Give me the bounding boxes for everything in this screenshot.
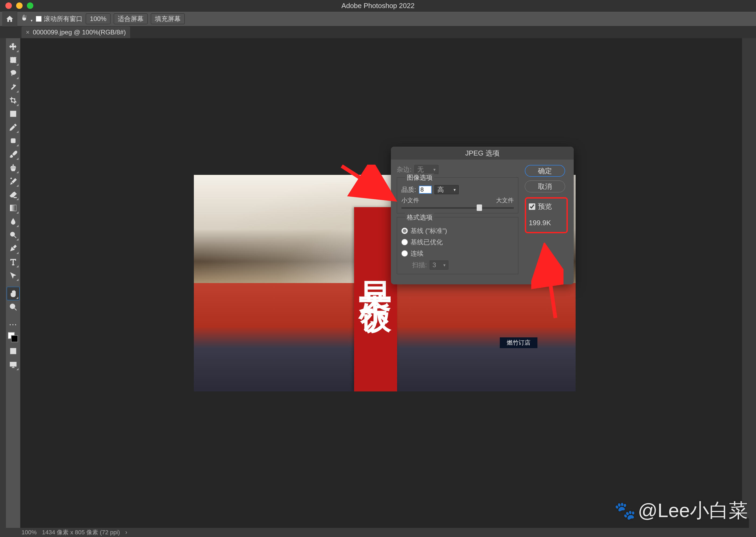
document-tab-bar: × 0000099.jpeg @ 100%(RGB/8#) xyxy=(0,26,756,38)
matte-label: 杂边: xyxy=(397,165,412,174)
image-options-group: 图像选项 品质: 高 ▾ 小文件 大文件 xyxy=(397,177,518,213)
file-size-label: 199.9K xyxy=(529,219,564,227)
hand-tool[interactable] xyxy=(7,287,19,300)
dialog-title: JPEG 选项 xyxy=(391,146,574,159)
type-tool[interactable] xyxy=(7,255,19,268)
scroll-all-windows-label: 滚动所有窗口 xyxy=(44,15,83,23)
svg-point-5 xyxy=(10,304,15,309)
svg-point-4 xyxy=(11,232,15,236)
document-tab-label: 0000099.jpeg @ 100%(RGB/8#) xyxy=(33,28,126,36)
titlebar: Adobe Photoshop 2022 xyxy=(0,0,756,11)
matte-row: 杂边: 无 ▾ xyxy=(397,165,518,174)
fill-screen-button[interactable]: 填充屏幕 xyxy=(151,14,185,24)
brush-tool[interactable] xyxy=(7,147,19,161)
doc-size-status[interactable]: 1434 像素 x 805 像素 (72 ppi) xyxy=(42,528,120,536)
preview-highlight-box: 预览 199.9K xyxy=(525,197,568,233)
crop-tool[interactable] xyxy=(7,94,19,107)
status-chevron-icon[interactable]: › xyxy=(125,529,127,536)
screen-mode-button[interactable] xyxy=(7,358,19,371)
svg-rect-3 xyxy=(10,205,16,211)
app-window: Adobe Photoshop 2022 ▾ 滚动所有窗口 100% 适合屏幕 … xyxy=(0,0,756,537)
quality-label: 品质: xyxy=(401,186,416,194)
quality-slider[interactable] xyxy=(401,207,514,209)
ok-button[interactable]: 确定 xyxy=(525,165,565,177)
toolbox: ⋯ xyxy=(6,38,20,528)
image-options-title: 图像选项 xyxy=(405,173,434,182)
preview-checkbox[interactable]: 预览 xyxy=(529,202,564,211)
traffic-lights xyxy=(0,2,33,9)
left-expander[interactable] xyxy=(0,38,6,528)
jpeg-options-dialog: JPEG 选项 杂边: 无 ▾ 图像选项 xyxy=(391,146,574,284)
frame-tool[interactable] xyxy=(7,107,19,121)
format-options-title: 格式选项 xyxy=(405,213,434,222)
small-file-label: 小文件 xyxy=(401,196,419,204)
progressive-radio[interactable]: 连续 xyxy=(401,249,514,258)
svg-rect-8 xyxy=(10,362,16,366)
scroll-all-windows-checkbox[interactable]: 滚动所有窗口 xyxy=(36,15,83,23)
quality-input[interactable] xyxy=(419,186,432,194)
close-window-button[interactable] xyxy=(5,2,12,9)
scans-label: 扫描: xyxy=(412,261,427,269)
blur-tool[interactable] xyxy=(7,215,19,228)
options-bar: ▾ 滚动所有窗口 100% 适合屏幕 填充屏幕 xyxy=(0,11,756,26)
matte-select: 无 ▾ xyxy=(414,165,438,174)
marquee-tool[interactable] xyxy=(7,53,19,67)
history-brush-tool[interactable] xyxy=(7,174,19,188)
pen-tool[interactable] xyxy=(7,242,19,255)
home-button[interactable] xyxy=(2,11,17,26)
document-tab[interactable]: × 0000099.jpeg @ 100%(RGB/8#) xyxy=(21,26,130,38)
watermark: 🐾 @Lee小白菜 xyxy=(614,498,748,523)
baseline-standard-radio[interactable]: 基线 ("标准") xyxy=(401,227,514,235)
eraser-tool[interactable] xyxy=(7,188,19,201)
vertical-scrollbar[interactable] xyxy=(742,38,749,518)
main-area: ⋯ 早茶饭 燃竹订店 JPEG 选项 xyxy=(0,38,756,528)
scans-select: 3 ▾ xyxy=(430,261,448,269)
dodge-tool[interactable] xyxy=(7,228,19,242)
maximize-window-button[interactable] xyxy=(27,2,33,9)
fit-screen-button[interactable]: 适合屏幕 xyxy=(114,14,148,24)
healing-brush-tool[interactable] xyxy=(7,134,19,147)
quick-mask-button[interactable] xyxy=(7,344,19,358)
app-title: Adobe Photoshop 2022 xyxy=(0,2,756,10)
baseline-optimized-radio[interactable]: 基线已优化 xyxy=(401,238,514,246)
hand-tool-icon[interactable]: ▾ xyxy=(20,14,32,24)
lasso-tool[interactable] xyxy=(7,67,19,80)
quality-preset-select[interactable]: 高 ▾ xyxy=(435,185,459,194)
paw-icon: 🐾 xyxy=(614,501,636,521)
canvas-area[interactable]: 早茶饭 燃竹订店 JPEG 选项 杂边: 无 ▾ xyxy=(20,38,749,528)
clone-stamp-tool[interactable] xyxy=(7,161,19,174)
zoom-level-button[interactable]: 100% xyxy=(86,14,110,24)
edit-toolbar-button[interactable]: ⋯ xyxy=(7,317,19,331)
gradient-tool[interactable] xyxy=(7,201,19,215)
close-tab-icon[interactable]: × xyxy=(26,28,30,36)
zoom-tool[interactable] xyxy=(7,300,19,314)
minimize-window-button[interactable] xyxy=(16,2,22,9)
magic-wand-tool[interactable] xyxy=(7,80,19,94)
right-panel-expander[interactable] xyxy=(749,38,756,528)
svg-rect-0 xyxy=(11,57,16,63)
zoom-status[interactable]: 100% xyxy=(21,529,37,536)
cancel-button[interactable]: 取消 xyxy=(525,181,565,192)
move-tool[interactable] xyxy=(7,40,19,53)
color-swatch[interactable] xyxy=(7,331,19,344)
quality-slider-thumb[interactable] xyxy=(477,204,482,211)
path-selection-tool[interactable] xyxy=(7,268,19,282)
eyedropper-tool[interactable] xyxy=(7,121,19,134)
large-file-label: 大文件 xyxy=(496,196,514,204)
svg-point-7 xyxy=(11,350,15,353)
format-options-group: 格式选项 基线 ("标准") 基线已优化 连续 xyxy=(397,217,518,274)
status-bar: 100% 1434 像素 x 805 像素 (72 ppi) › xyxy=(0,528,756,537)
